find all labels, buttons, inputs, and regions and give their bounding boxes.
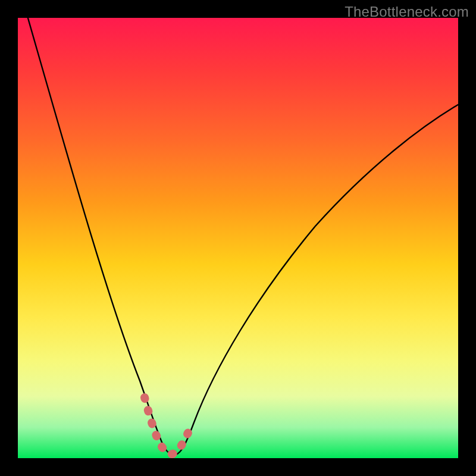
plot-area bbox=[18, 18, 458, 458]
bottleneck-curve bbox=[26, 18, 458, 455]
curve-layer bbox=[18, 18, 458, 458]
chart-frame: TheBottleneck.com bbox=[0, 0, 476, 476]
optimal-zone-highlight bbox=[145, 397, 190, 454]
watermark-text: TheBottleneck.com bbox=[345, 4, 469, 20]
